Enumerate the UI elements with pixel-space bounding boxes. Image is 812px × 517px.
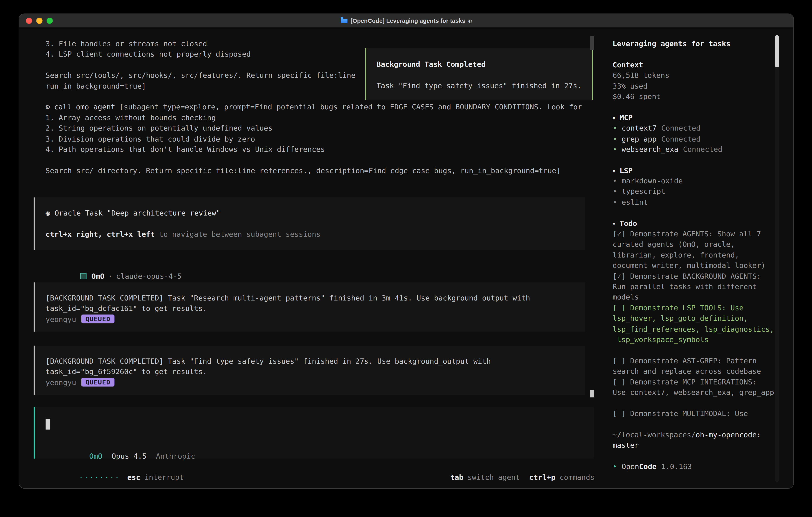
toast-title: Background Task Completed <box>376 59 486 70</box>
folder-icon <box>341 19 347 23</box>
prompt-input[interactable]: OmOOpus 4.5Anthropic <box>34 407 594 459</box>
background-task-toast[interactable]: Background Task Completed Task "Find typ… <box>365 48 593 100</box>
sidebar: Leveraging agents for tasks Context 66,5… <box>605 27 793 488</box>
opencode-version: •OpenCode1.0.163 <box>613 461 793 472</box>
window-title-text: [OpenCode] Leveraging agents for tasks <box>350 18 465 24</box>
workspace-repo: oh-my-opencode: <box>696 430 761 439</box>
close-button[interactable] <box>26 18 32 24</box>
lsp-section-header[interactable]: ▼LSP <box>613 165 793 176</box>
window-titlebar[interactable]: [OpenCode] Leveraging agents for tasks ◐ <box>19 14 793 28</box>
lsp-item: •eslint <box>613 197 793 208</box>
session-title: Leveraging agents for tasks <box>613 38 793 49</box>
main-scrollbar-segment[interactable] <box>590 36 594 50</box>
workspace-dir: ~/local-workspaces/ <box>613 430 696 439</box>
status-left: ········escinterrupt <box>35 462 184 472</box>
background-task-message: [BACKGROUND TASK COMPLETED] Task "Find t… <box>34 346 585 395</box>
agent-header: OmO·claude-opus-4-5 <box>46 261 182 271</box>
bullet-icon: • <box>613 124 617 132</box>
gear-icon: ⚙ <box>46 103 50 111</box>
lsp-name: eslint <box>621 198 648 206</box>
scrollback-line: Search src/ directory. Return specific f… <box>46 165 582 176</box>
todo-item: [ ] Demonstrate MCP INTEGRATIONS: Use co… <box>613 377 779 398</box>
status-bar: ········escinterrupt tabswitch agentctrl… <box>35 462 594 472</box>
mcp-status: Connected <box>661 135 700 143</box>
oracle-task-title-row: ◉Oracle Task "Deep architecture review" <box>46 208 585 218</box>
chevron-down-icon: ▼ <box>613 115 615 120</box>
context-spent: $0.46 spent <box>613 91 793 102</box>
context-tokens: 66,518 tokens <box>613 70 793 81</box>
message-line: task_id="bg_6f59260c" to get results. <box>46 366 585 377</box>
todo-item: [ ] Demonstrate AST-GREP: Pattern search… <box>613 355 779 377</box>
mcp-name: websearch_exa <box>621 145 678 153</box>
lsp-item: •typescript <box>613 186 793 197</box>
todo-header-label: Todo <box>619 219 637 227</box>
scrollback-line: 3. File handles or streams not closed <box>46 38 582 49</box>
bullet-icon: • <box>613 462 617 470</box>
mcp-name: context7 <box>621 124 657 132</box>
chevron-down-icon: ▼ <box>613 221 615 226</box>
mcp-item: •grep_appConnected <box>613 133 793 144</box>
terminal-content: 3. File handles or streams not closed 4.… <box>19 27 793 488</box>
lsp-name: typescript <box>621 187 665 195</box>
todo-item: [✓] Demonstrate AGENTS: Show all 7 curat… <box>613 228 779 271</box>
bullet-icon: • <box>613 187 617 195</box>
model-provider: Anthropic <box>156 452 195 460</box>
active-model: Opus 4.5 <box>112 452 147 460</box>
ctrlp-key-label: commands <box>560 473 594 482</box>
hint-keys: ctrl+x right, ctrl+x left <box>46 230 155 238</box>
todo-item: [ ] Demonstrate LSP TOOLS: Use lsp_hover… <box>613 302 779 345</box>
sidebar-scrollbar-track[interactable] <box>775 35 779 482</box>
minimize-button[interactable] <box>36 18 42 24</box>
agent-swatch-icon <box>81 273 87 279</box>
mcp-item: •context7Connected <box>613 123 793 134</box>
message-line: [BACKGROUND TASK COMPLETED] Task "Find t… <box>46 356 585 366</box>
sidebar-scrollbar-thumb[interactable] <box>775 35 779 67</box>
text-cursor <box>46 419 50 430</box>
mcp-item: •websearch_exaConnected <box>613 144 793 155</box>
app-name-open: Open <box>621 462 639 470</box>
tool-name: call_omo_agent <box>54 103 115 111</box>
mcp-status: Connected <box>683 145 723 153</box>
app-name-code: Code <box>639 462 657 470</box>
input-footer: OmOOpus 4.5Anthropic <box>46 440 195 451</box>
todo-item: [ ] Demonstrate MULTIMODAL: Use <box>613 408 779 419</box>
message-author: yeongyu <box>46 315 76 323</box>
todo-section-header[interactable]: ▼Todo <box>613 218 793 228</box>
zoom-button[interactable] <box>47 18 53 24</box>
scrollback-line: 2. String operations on potentially unde… <box>46 123 582 134</box>
workspace-path: ~/local-workspaces/oh-my-opencode: <box>613 430 793 440</box>
scrollback-line: 4. Path operations that don't handle Win… <box>46 144 582 155</box>
scrollback-line: 1. Array access without bounds checking <box>46 112 582 123</box>
agent-model: claude-opus-4-5 <box>116 272 182 280</box>
traffic-lights <box>26 18 53 24</box>
message-line: [BACKGROUND TASK COMPLETED] Task "Resear… <box>46 293 585 303</box>
record-icon: ◉ <box>46 209 50 217</box>
status-badge: QUEUED <box>81 378 115 386</box>
tab-key-hint: tab <box>451 473 464 482</box>
terminal-window: [OpenCode] Leveraging agents for tasks ◐… <box>19 14 793 488</box>
mcp-status: Connected <box>661 124 700 132</box>
mcp-header-label: MCP <box>619 113 633 121</box>
bullet-icon: • <box>613 135 617 143</box>
agent-name: OmO <box>91 272 105 280</box>
context-used: 33% used <box>613 81 793 91</box>
tab-key-label: switch agent <box>467 473 520 482</box>
loading-spinner-icon: ◐ <box>468 18 472 24</box>
git-branch: master <box>613 440 793 451</box>
context-header: Context <box>613 59 793 70</box>
bullet-icon: • <box>613 145 617 153</box>
mcp-section-header[interactable]: ▼MCP <box>613 112 793 123</box>
message-meta: yeongyuQUEUED <box>46 314 585 325</box>
app-version: 1.0.163 <box>661 462 692 470</box>
lsp-header-label: LSP <box>619 166 633 174</box>
oracle-task-panel[interactable]: ◉Oracle Task "Deep architecture review" … <box>34 197 585 250</box>
toast-body: Task "Find type safety issues" finished … <box>376 80 582 91</box>
message-meta: yeongyuQUEUED <box>46 377 585 388</box>
oracle-task-hint: ctrl+x right, ctrl+x left to navigate be… <box>46 229 585 240</box>
main-scrollbar-thumb[interactable] <box>590 390 594 398</box>
todo-item: [✓] Demonstrate BACKGROUND AGENTS: Run p… <box>613 271 779 303</box>
status-badge: QUEUED <box>81 315 115 323</box>
bullet-icon: • <box>613 177 617 185</box>
chevron-down-icon: ▼ <box>613 168 615 173</box>
active-agent: OmO <box>89 452 103 460</box>
